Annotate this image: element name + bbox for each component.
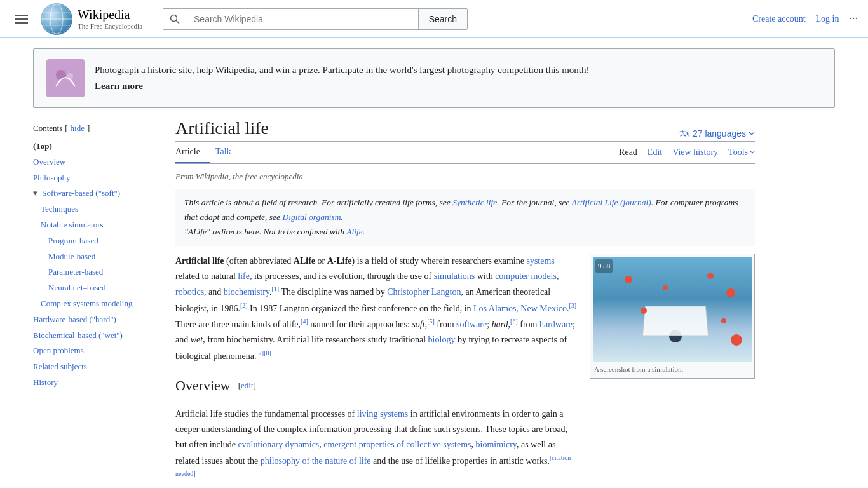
- toc-item-wet[interactable]: Biochemical-based ("wet"): [33, 328, 160, 344]
- overview-paragraph: Artificial life studies the fundamental …: [175, 407, 577, 484]
- link-alife[interactable]: Alife: [346, 227, 363, 236]
- toc-bracket-close: ]: [87, 123, 90, 133]
- header-right: Create account Log in ···: [752, 12, 858, 25]
- toc-item-simulators[interactable]: Notable simulators: [33, 217, 160, 233]
- svg-point-0: [42, 4, 71, 34]
- link-hardware[interactable]: hardware: [539, 320, 573, 329]
- logo-text: Wikipedia The Free Encyclopedia: [78, 7, 142, 30]
- article-text: Artificial life (often abbreviated ALife…: [175, 254, 577, 488]
- tab-edit[interactable]: Edit: [648, 147, 662, 158]
- link-life[interactable]: life: [238, 271, 250, 281]
- tab-talk[interactable]: Talk: [215, 142, 241, 163]
- tabs-right: Read Edit View history Tools: [619, 147, 755, 158]
- toc-item-related[interactable]: Related subjects: [33, 359, 160, 375]
- toc-item-overview[interactable]: Overview: [33, 154, 160, 170]
- ref-5[interactable]: [5]: [427, 318, 435, 325]
- sim-dot-red-big: [731, 334, 742, 346]
- link-al-journal[interactable]: Artificial Life (journal): [571, 198, 651, 207]
- from-wikipedia-line: From Wikipedia, the free encyclopedia: [175, 172, 755, 182]
- article-tabs: Article Talk Read Edit View history Tool…: [175, 142, 755, 164]
- link-software[interactable]: software: [456, 320, 487, 329]
- sim-dot-2: [663, 285, 668, 290]
- link-biology[interactable]: biology: [428, 335, 456, 344]
- more-options-button[interactable]: ···: [850, 12, 858, 25]
- toc-bracket-open: [: [65, 123, 67, 133]
- toc-item-philosophy[interactable]: Philosophy: [33, 170, 160, 186]
- tab-tools[interactable]: Tools: [728, 147, 755, 158]
- link-evolutionary-dynamics[interactable]: evolutionary dynamics: [238, 440, 319, 449]
- log-in-link[interactable]: Log in: [816, 14, 839, 24]
- ref-citation-needed[interactable]: [citation needed]: [175, 454, 571, 477]
- link-robotics[interactable]: robotics: [175, 287, 204, 297]
- svg-point-8: [56, 70, 66, 80]
- overview-section: Overview [edit] Artificial life studies …: [175, 374, 577, 485]
- toc-item-techniques[interactable]: Techniques: [33, 201, 160, 217]
- link-philosophy-life[interactable]: philosophy of the nature of life: [261, 456, 371, 465]
- toc-item-hard[interactable]: Hardware-based ("hard"): [33, 312, 160, 328]
- article-title-bar: Artificial life 27 languages: [175, 118, 755, 142]
- toc-item-open[interactable]: Open problems: [33, 343, 160, 359]
- link-synthetic-life[interactable]: Synthetic life: [452, 198, 497, 207]
- wikipedia-logo: [41, 3, 72, 35]
- ref-7[interactable]: [7]: [257, 349, 264, 356]
- toc-item-soft[interactable]: ▾ Software-based ("soft"): [33, 186, 160, 201]
- ref-8[interactable]: [8]: [264, 349, 271, 356]
- sim-dot-5: [641, 308, 647, 314]
- toc-item-top[interactable]: (Top): [33, 139, 160, 154]
- svg-point-9: [67, 73, 73, 79]
- image-box: 9.88 A screenshot from: [590, 254, 755, 379]
- image-counter: 9.88: [595, 259, 613, 273]
- toc-header: Contents [ hide ]: [33, 123, 160, 133]
- banner-icon: [46, 59, 85, 97]
- ref-1[interactable]: [1]: [272, 285, 280, 292]
- svg-point-1: [50, 4, 63, 34]
- ref-3[interactable]: [3]: [569, 302, 577, 309]
- link-biochemistry[interactable]: biochemistry: [224, 287, 269, 297]
- overview-edit-link[interactable]: edit: [241, 381, 254, 390]
- ref-2[interactable]: [2]: [240, 302, 248, 309]
- toc-item-history[interactable]: History: [33, 375, 160, 391]
- link-living-systems[interactable]: living systems: [357, 409, 409, 419]
- toc-hide-button[interactable]: hide: [71, 123, 85, 133]
- simulation-image: 9.88: [593, 257, 752, 362]
- toc-item-program[interactable]: Program-based: [33, 233, 160, 249]
- toc-item-complex[interactable]: Complex systems modeling: [33, 296, 160, 312]
- link-computer-models[interactable]: computer models: [495, 271, 557, 281]
- link-digital-organism[interactable]: Digital organism: [282, 212, 341, 222]
- header-left: Wikipedia The Free Encyclopedia: [10, 3, 142, 35]
- sim-dot-4: [726, 288, 735, 297]
- article: Artificial life 27 languages Article Tal…: [160, 118, 770, 488]
- create-account-link[interactable]: Create account: [752, 14, 806, 24]
- link-systems[interactable]: systems: [526, 256, 554, 266]
- link-simulations[interactable]: simulations: [434, 271, 475, 281]
- search-area: Search: [163, 8, 468, 30]
- link-emergent-properties[interactable]: emergent properties of collective system…: [323, 440, 471, 449]
- search-icon: [163, 9, 186, 29]
- tab-read[interactable]: Read: [619, 147, 637, 158]
- menu-button[interactable]: [10, 10, 33, 29]
- toc-item-parameter[interactable]: Parameter-based: [33, 264, 160, 280]
- image-caption: A screenshot from a simulation.: [593, 362, 752, 376]
- search-button[interactable]: Search: [418, 9, 467, 29]
- search-input[interactable]: [186, 9, 418, 29]
- sidebar: Contents [ hide ] (Top) Overview Philoso…: [33, 118, 160, 488]
- link-los-alamos[interactable]: Los Alamos, New Mexico: [473, 304, 567, 313]
- language-button[interactable]: 27 languages: [679, 128, 755, 139]
- toc-toggle-soft[interactable]: ▾: [33, 188, 37, 198]
- link-biomimicry[interactable]: biomimicry: [476, 440, 517, 449]
- logo-subtitle: The Free Encyclopedia: [78, 22, 142, 30]
- ref-6[interactable]: [6]: [510, 318, 518, 325]
- intro-paragraph: Artificial life (often abbreviated ALife…: [175, 254, 577, 363]
- toc-item-module[interactable]: Module-based: [33, 249, 160, 265]
- toc-item-neural[interactable]: Neural net–based: [33, 280, 160, 296]
- logo-area[interactable]: Wikipedia The Free Encyclopedia: [41, 3, 142, 35]
- tab-view-history[interactable]: View history: [672, 147, 718, 158]
- banner-learn-more-link[interactable]: Learn more: [95, 81, 822, 92]
- toc-list: (Top) Overview Philosophy ▾ Software-bas…: [33, 139, 160, 391]
- banner-main-text: Photograph a historic site, help Wikiped…: [95, 65, 822, 76]
- search-form: Search: [163, 8, 468, 30]
- tab-article[interactable]: Article: [175, 142, 210, 163]
- ref-4[interactable]: [4]: [301, 318, 308, 325]
- sim-dot-6: [721, 318, 726, 323]
- link-christopher-langton[interactable]: Christopher Langton: [387, 287, 461, 297]
